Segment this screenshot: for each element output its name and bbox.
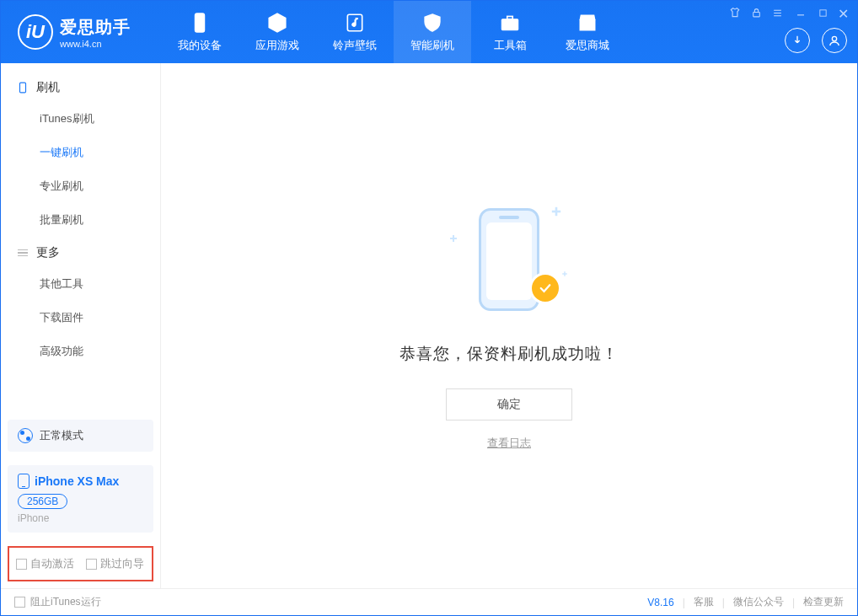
svg-rect-4 bbox=[820, 10, 826, 16]
option-block-itunes[interactable]: 阻止iTunes运行 bbox=[14, 595, 101, 609]
sidebar: 刷机 iTunes刷机 一键刷机 专业刷机 批量刷机 更多 其他工具 下载固件 … bbox=[1, 63, 161, 588]
checkbox-icon bbox=[86, 559, 97, 570]
list-icon bbox=[16, 246, 29, 260]
version-label: V8.16 bbox=[647, 597, 673, 608]
wechat-link[interactable]: 微信公众号 bbox=[733, 595, 784, 609]
sidebar-item-download-firmware[interactable]: 下载固件 bbox=[1, 301, 160, 335]
check-update-link[interactable]: 检查更新 bbox=[803, 595, 844, 609]
app-title: 爱思助手 bbox=[60, 16, 131, 39]
user-button[interactable] bbox=[822, 28, 847, 53]
tab-apps-games[interactable]: 应用游戏 bbox=[239, 1, 316, 63]
success-illustration bbox=[450, 201, 568, 319]
store-icon bbox=[576, 11, 599, 35]
svg-rect-8 bbox=[501, 19, 518, 30]
sidebar-item-other-tools[interactable]: 其他工具 bbox=[1, 267, 160, 301]
phone-icon bbox=[18, 474, 29, 489]
svg-rect-0 bbox=[753, 12, 760, 16]
tab-store[interactable]: 爱思商城 bbox=[549, 1, 626, 63]
tab-toolbox[interactable]: 工具箱 bbox=[471, 1, 549, 63]
refresh-shield-icon bbox=[421, 11, 444, 35]
checkbox-icon bbox=[14, 597, 25, 608]
mode-icon bbox=[18, 428, 33, 443]
header: － ✕ iU 爱思助手 www.i4.cn 我的设备 应用游戏 bbox=[1, 1, 857, 63]
device-mode-panel: 正常模式 bbox=[8, 420, 153, 452]
device-name: iPhone XS Max bbox=[35, 474, 119, 488]
sidebar-item-advanced[interactable]: 高级功能 bbox=[1, 335, 160, 368]
sparkle-icon bbox=[450, 235, 457, 242]
sparkle-icon bbox=[562, 271, 567, 276]
main-content: 恭喜您，保资料刷机成功啦！ 确定 查看日志 bbox=[161, 63, 857, 588]
footer: 阻止iTunes运行 V8.16 | 客服 | 微信公众号 | 检查更新 bbox=[1, 588, 857, 615]
flash-options-highlighted: 自动激活 跳过向导 bbox=[8, 546, 153, 581]
device-icon bbox=[188, 11, 212, 35]
download-button[interactable] bbox=[785, 28, 810, 53]
device-info-panel: iPhone XS Max 256GB iPhone bbox=[8, 465, 153, 533]
logo: iU 爱思助手 www.i4.cn bbox=[1, 14, 161, 50]
main-tabs: 我的设备 应用游戏 铃声壁纸 智能刷机 工具箱 爱思商城 bbox=[161, 1, 626, 63]
svg-rect-12 bbox=[20, 83, 26, 93]
lock-icon[interactable] bbox=[751, 8, 762, 21]
checkbox-icon bbox=[16, 559, 27, 570]
view-log-link[interactable]: 查看日志 bbox=[487, 436, 531, 451]
tab-ringtone-wallpaper[interactable]: 铃声壁纸 bbox=[316, 1, 394, 63]
maximize-icon[interactable] bbox=[818, 8, 828, 20]
success-check-badge bbox=[529, 272, 561, 304]
app-window: － ✕ iU 爱思助手 www.i4.cn 我的设备 应用游戏 bbox=[0, 0, 858, 616]
ok-button[interactable]: 确定 bbox=[446, 388, 572, 420]
sidebar-group-flash: 刷机 bbox=[1, 72, 160, 102]
cube-icon bbox=[265, 11, 289, 35]
sidebar-group-more: 更多 bbox=[1, 237, 160, 267]
option-auto-activate[interactable]: 自动激活 bbox=[16, 556, 74, 571]
close-icon[interactable]: ✕ bbox=[838, 6, 849, 22]
success-message: 恭喜您，保资料刷机成功啦！ bbox=[400, 343, 619, 365]
sidebar-item-oneclick-flash[interactable]: 一键刷机 bbox=[1, 136, 160, 169]
music-icon bbox=[343, 11, 367, 35]
device-type: iPhone bbox=[18, 512, 143, 524]
sidebar-item-batch-flash[interactable]: 批量刷机 bbox=[1, 203, 160, 237]
svg-rect-9 bbox=[507, 16, 513, 19]
logo-icon: iU bbox=[18, 14, 53, 50]
svg-point-11 bbox=[832, 36, 836, 40]
window-controls: － ✕ bbox=[729, 6, 849, 22]
device-capacity: 256GB bbox=[18, 494, 67, 509]
sparkle-icon bbox=[552, 206, 560, 215]
app-subtitle: www.i4.cn bbox=[60, 39, 131, 49]
device-mode: 正常模式 bbox=[40, 428, 83, 443]
option-skip-guide[interactable]: 跳过向导 bbox=[86, 556, 144, 571]
minimize-icon[interactable]: － bbox=[793, 11, 808, 18]
sidebar-item-itunes-flash[interactable]: iTunes刷机 bbox=[1, 102, 160, 136]
header-actions bbox=[785, 28, 847, 53]
tshirt-icon[interactable] bbox=[729, 7, 741, 21]
body: 刷机 iTunes刷机 一键刷机 专业刷机 批量刷机 更多 其他工具 下载固件 … bbox=[1, 63, 857, 588]
tab-my-device[interactable]: 我的设备 bbox=[161, 1, 239, 63]
phone-outline-icon bbox=[16, 81, 29, 94]
tab-smart-flash[interactable]: 智能刷机 bbox=[394, 1, 471, 63]
menu-icon[interactable] bbox=[772, 8, 783, 21]
toolbox-icon bbox=[498, 11, 522, 35]
customer-service-link[interactable]: 客服 bbox=[694, 595, 714, 609]
sidebar-item-pro-flash[interactable]: 专业刷机 bbox=[1, 169, 160, 203]
